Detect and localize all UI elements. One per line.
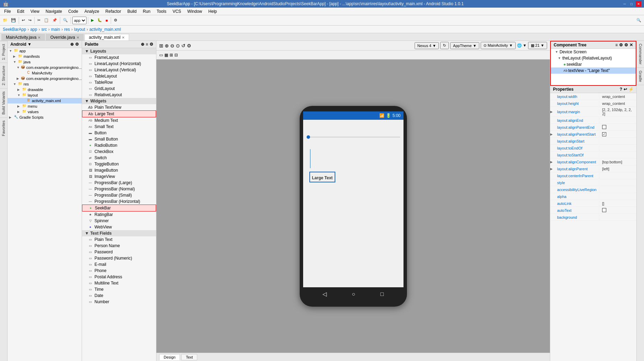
- tab-override-close[interactable]: ✕: [76, 36, 79, 39]
- palette-radiobutton[interactable]: ● RadioButton: [82, 142, 156, 148]
- tab-design[interactable]: Design: [159, 354, 180, 360]
- palette-smallbutton[interactable]: ▬ Small Button: [82, 136, 156, 142]
- breadcrumb-file[interactable]: activity_main.xml: [89, 27, 121, 32]
- prop-name-centerinparent[interactable]: layout:centerInParent: [554, 173, 599, 179]
- device-selector[interactable]: Nexus 4 ▼: [415, 42, 439, 49]
- tree-item-res[interactable]: ▼ 📁 res: [8, 81, 82, 87]
- palette-smalltext[interactable]: Ab Small Text: [82, 124, 156, 130]
- back-button[interactable]: ◁: [323, 291, 327, 297]
- palette-postaladdress[interactable]: ▭ Postal Address: [82, 274, 156, 280]
- breadcrumb-src[interactable]: src: [41, 27, 47, 32]
- theme-selector[interactable]: AppTheme ▼: [450, 42, 479, 49]
- palette-mediumtext[interactable]: Ab Medium Text: [82, 117, 156, 124]
- tab-structure[interactable]: 2: Structure: [0, 63, 7, 88]
- palette-number[interactable]: ▭ Number: [82, 299, 156, 305]
- settings-icon[interactable]: ⚙: [187, 43, 191, 48]
- breadcrumb-seekbarapp[interactable]: SeekBarApp: [3, 27, 26, 32]
- menu-tools[interactable]: Tools: [154, 8, 169, 15]
- palette-framelayout[interactable]: ▭ FrameLayout: [82, 54, 156, 61]
- activity-selector[interactable]: ⊙ MainActivity ▼: [481, 42, 516, 49]
- tree-item-pkg2[interactable]: ▶ 📦 com.example.programmingkno...: [8, 76, 82, 81]
- prop-value-autolink[interactable]: []: [599, 201, 636, 206]
- palette-personname[interactable]: ▭ Person Name: [82, 243, 156, 249]
- tree-sort-icon[interactable]: ≡: [615, 43, 618, 47]
- palette-gridlayout[interactable]: ▭ GridLayout: [82, 85, 156, 92]
- prop-value-layout-width[interactable]: wrap_content: [599, 94, 636, 99]
- palette-seekbar[interactable]: ● SeekBar: [82, 205, 156, 211]
- prop-name-layout-height[interactable]: layout:height: [554, 101, 599, 106]
- prop-value-tostartof[interactable]: [599, 154, 636, 156]
- menu-refactor[interactable]: Refactor: [103, 8, 124, 15]
- component-thelayout[interactable]: ▼ theLayout (RelativeLayout): [551, 55, 636, 61]
- orientation-button[interactable]: ↻: [440, 42, 449, 49]
- component-device-screen[interactable]: ▼ Device Screen: [551, 49, 636, 55]
- menu-edit[interactable]: Edit: [14, 8, 27, 15]
- palette-checkbox[interactable]: ☑ CheckBox: [82, 148, 156, 155]
- tree-item-mainactivity[interactable]: C MainActivity: [8, 70, 82, 76]
- menu-run[interactable]: Run: [140, 8, 153, 15]
- prop-name-autolink[interactable]: autoLink: [554, 201, 599, 206]
- toolbar-save[interactable]: 💾: [10, 17, 17, 23]
- menu-help[interactable]: Help: [206, 8, 220, 15]
- prop-name-layout-margin[interactable]: layout:margin: [554, 109, 599, 115]
- zoom-out-icon[interactable]: ⊖: [170, 43, 174, 48]
- prop-name-style[interactable]: style: [554, 180, 599, 186]
- prop-value-accessibilityliveregion[interactable]: [599, 189, 636, 190]
- tree-item-drawable[interactable]: ▶ 📁 drawable: [8, 87, 82, 92]
- palette-time[interactable]: ▭ Time: [82, 286, 156, 292]
- android-dropdown[interactable]: Android ▼: [10, 42, 31, 47]
- menu-window[interactable]: Window: [184, 8, 205, 15]
- prop-value-style[interactable]: [599, 182, 636, 183]
- prop-value-alignend[interactable]: [599, 120, 636, 121]
- minimize-button[interactable]: ─: [622, 1, 627, 7]
- prop-name-toendof[interactable]: layout:toEndOf: [554, 145, 599, 151]
- zoom-fit-icon[interactable]: ⊞: [159, 43, 163, 48]
- alignparentstart-checkbox[interactable]: [602, 132, 606, 136]
- prop-name-autotext[interactable]: autoText: [554, 208, 599, 213]
- seekbar-widget[interactable]: [307, 135, 400, 139]
- toolbar-redo[interactable]: ↪: [27, 17, 33, 23]
- menu-analyze[interactable]: Analyze: [82, 8, 102, 15]
- layout-icon-3[interactable]: ⊞: [170, 53, 173, 57]
- palette-tablerow[interactable]: ▭ TableRow: [82, 79, 156, 85]
- alignparentend-checkbox[interactable]: [602, 125, 606, 129]
- palette-button[interactable]: ▬ Button: [82, 130, 156, 136]
- tree-item-gradle[interactable]: ▶ 🔧 Gradle Scripts: [8, 115, 82, 120]
- zoom-reset-icon[interactable]: ⊙: [176, 43, 180, 48]
- palette-ratingbar[interactable]: ★ RatingBar: [82, 211, 156, 218]
- menu-navigate[interactable]: Navigate: [43, 8, 65, 15]
- prop-name-alignstart[interactable]: layout:alignStart: [554, 138, 599, 144]
- prop-value-autotext[interactable]: [599, 207, 636, 214]
- breadcrumb-res[interactable]: res: [64, 27, 70, 32]
- tab-activity-main[interactable]: activity_main.xml ✕: [84, 34, 129, 40]
- prop-value-alignstart[interactable]: [599, 141, 636, 142]
- tree-close-icon[interactable]: ✕: [629, 43, 633, 47]
- autotext-checkbox[interactable]: [602, 208, 606, 212]
- palette-largetext[interactable]: Ab Large Text: [82, 110, 156, 117]
- prop-name-alignparent[interactable]: layout:alignParent: [554, 166, 599, 172]
- tree-item-menu[interactable]: ▶ 📁 menu: [8, 103, 82, 109]
- tab-activity-main-close[interactable]: ✕: [122, 36, 125, 39]
- palette-settings-icon[interactable]: ⚙: [149, 42, 153, 47]
- api-selector[interactable]: ▦ 21 ▼: [528, 42, 547, 49]
- toolbar-settings[interactable]: ⚙: [112, 17, 119, 23]
- palette-plaintextview[interactable]: Ab Plain TextView: [82, 104, 156, 110]
- palette-progressbar-horizontal[interactable]: — ProgressBar (Horizontal): [82, 198, 156, 205]
- palette-password-numeric[interactable]: ▭ Password (Numeric): [82, 255, 156, 261]
- menu-vcs[interactable]: VCS: [170, 8, 184, 15]
- tree-item-layout[interactable]: ▼ 📁 layout: [8, 92, 82, 98]
- tree-item-java[interactable]: ▼ 📁 java: [8, 59, 82, 65]
- component-textview[interactable]: Ab textView - "Large Text": [551, 67, 636, 74]
- prop-value-layout-margin[interactable]: [2, 2, 102dp, 2, 2, 2]: [599, 107, 636, 117]
- props-back-icon[interactable]: ↩: [624, 87, 627, 92]
- layout-icon-1[interactable]: ▭: [159, 53, 163, 57]
- prop-name-alpha[interactable]: alpha: [554, 194, 599, 199]
- tree-item-app[interactable]: ▼ 📁 app: [8, 48, 82, 54]
- prop-name-tostartof[interactable]: layout:toStartOf: [554, 152, 599, 158]
- tab-favorites[interactable]: Favorites: [0, 117, 7, 139]
- toolbar-debug[interactable]: 🐛: [96, 17, 103, 23]
- recent-button[interactable]: □: [380, 291, 384, 297]
- palette-plaintext[interactable]: ▭ Plain Text: [82, 236, 156, 243]
- palette-progressbar-large[interactable]: — ProgressBar (Large): [82, 180, 156, 186]
- palette-imageview[interactable]: 🖼 ImageView: [82, 173, 156, 180]
